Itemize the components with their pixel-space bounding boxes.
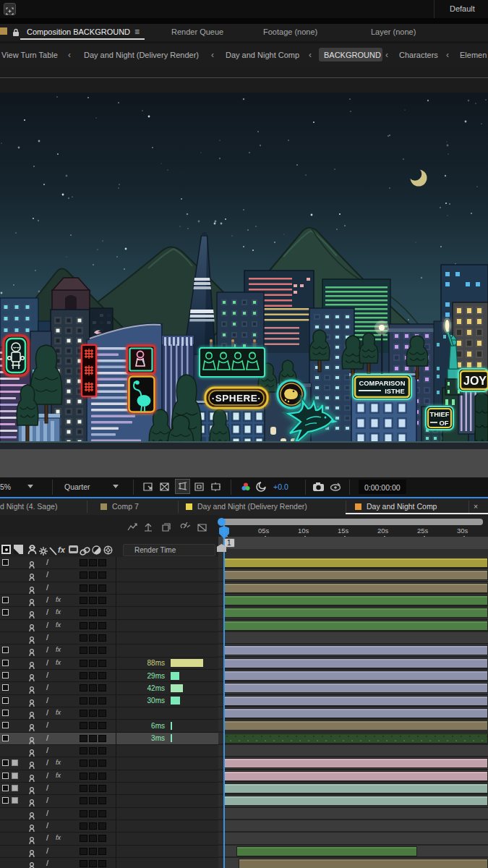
svg-text:COMPARISON: COMPARISON	[359, 379, 406, 387]
svg-text:·SPHERE·: ·SPHERE·	[212, 393, 262, 404]
svg-text:ISTHE: ISTHE	[385, 387, 405, 395]
svg-text:THIEF: THIEF	[429, 410, 449, 418]
svg-text:JOY: JOY	[463, 375, 487, 387]
svg-text:OF: OF	[439, 419, 448, 427]
